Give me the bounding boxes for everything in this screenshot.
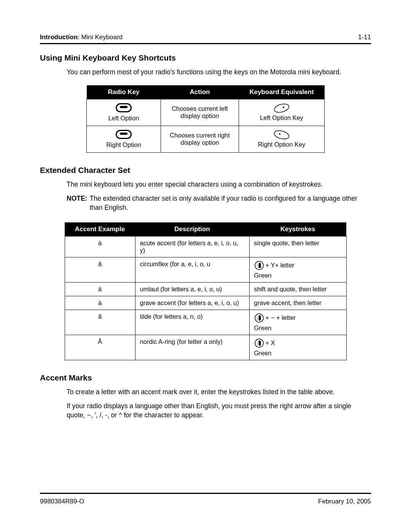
header-section-rest: : Mini Keyboard (78, 34, 123, 41)
note-block: NOTE: The extended character set is only… (67, 194, 371, 212)
svg-rect-5 (258, 263, 261, 268)
svg-point-3 (279, 133, 280, 135)
accent-example: à (65, 236, 135, 257)
accent-keystrokes: single quote, then letter (249, 236, 346, 257)
accent-description: nordic A-ring (for letter a only) (135, 335, 249, 360)
col-header-description: Description (135, 222, 249, 236)
table-row: Left Option Chooses current left display… (87, 99, 325, 126)
table-shortcuts: Radio Key Action Keyboard Equivalent Lef… (86, 85, 325, 153)
accent-example: à (65, 296, 135, 310)
svg-point-0 (273, 104, 290, 113)
svg-point-13 (257, 319, 258, 320)
svg-point-11 (257, 316, 258, 317)
green-key-label: Green (254, 350, 342, 357)
note-body: The extended character set is only avail… (89, 194, 371, 212)
svg-point-17 (257, 343, 258, 343)
equiv-label: Right Option Key (258, 141, 306, 148)
accent-description: grave accent (for letters a, e, i, o, u) (135, 296, 249, 310)
table-row: Ånordic A-ring (for letter a only)+ XGre… (65, 335, 346, 360)
keystroke-text: + Y+ letter (266, 262, 295, 269)
svg-point-16 (257, 341, 258, 342)
green-key-label: Green (254, 324, 342, 332)
footer-date: February 10, 2005 (318, 498, 371, 505)
accent-example: Å (65, 335, 135, 360)
footer-doc-number: 9980384R89-O (40, 498, 84, 505)
accent-keystrokes: + ~ + letterGreen (249, 310, 346, 335)
accent-example: â (65, 257, 135, 282)
svg-rect-15 (258, 340, 261, 346)
svg-point-6 (257, 264, 258, 264)
green-key-icon (254, 338, 264, 348)
col-header-radio-key: Radio Key (87, 85, 161, 99)
header-section: Introduction: Mini Keyboard (40, 34, 123, 41)
green-key-label: Green (254, 272, 342, 279)
action-text: Chooses current left display option (161, 99, 239, 126)
table-row: àgrave accent (for letters a, e, i, o, u… (65, 296, 346, 310)
accent-description: umlaut (for letters a, e, i, o, u) (135, 282, 249, 296)
accent-example: ã (65, 310, 135, 335)
col-header-action: Action (161, 85, 239, 99)
accent-description: acute accent (for letters a, e, i, o, u,… (135, 236, 249, 257)
svg-point-7 (257, 265, 258, 266)
keystroke-text: + ~ + letter (266, 314, 296, 321)
accent-keystrokes: shift and quote, then letter (249, 282, 346, 296)
section-heading-charset: Extended Character Set (40, 166, 371, 175)
accent-description: tilde (for letters a, n, o) (135, 310, 249, 335)
table-row: Right Option Chooses current right displ… (87, 126, 325, 152)
accent-example: ä (65, 282, 135, 296)
option-button-icon (116, 103, 132, 112)
col-header-accent: Accent Example (65, 222, 135, 236)
note-label: NOTE: (67, 194, 87, 212)
header-page-number: 1-11 (358, 34, 371, 41)
accent-keystrokes: + Y+ letterGreen (249, 257, 346, 282)
table-extended-chars: Accent Example Description Keystrokes àa… (65, 222, 347, 360)
page-footer: 9980384R89-O February 10, 2005 (40, 493, 371, 505)
section-body-shortcuts: You can perform most of your radio's fun… (67, 68, 371, 77)
accent-keystrokes: + XGreen (249, 335, 346, 360)
section-body-charset: The mini keyboard lets you enter special… (67, 180, 371, 189)
option-button-icon (116, 130, 132, 139)
action-text: Chooses current right display option (161, 126, 239, 152)
section-heading-accent-marks: Accent Marks (40, 373, 371, 382)
equiv-label: Left Option Key (260, 114, 303, 121)
accent-description: circumflex (for a, e, i, o, u (135, 257, 249, 282)
green-key-icon (254, 260, 264, 270)
page-header: Introduction: Mini Keyboard 1-11 (40, 34, 371, 43)
footer-rule (40, 493, 371, 494)
table-row: âcircumflex (for a, e, i, o, u+ Y+ lette… (65, 257, 346, 282)
green-key-icon (254, 313, 264, 323)
left-option-key-icon (272, 104, 291, 113)
table-row: ãtilde (for letters a, n, o)+ ~ + letter… (65, 310, 346, 335)
table-row: Accent Example Description Keystrokes (65, 222, 346, 236)
accent-marks-body1: To create a letter with an accent mark o… (67, 388, 371, 397)
section-heading-shortcuts: Using Mini Keyboard Key Shortcuts (40, 53, 371, 62)
svg-point-1 (283, 107, 284, 108)
svg-point-12 (257, 318, 258, 318)
col-header-keyboard-equiv: Keyboard Equivalent (239, 85, 325, 99)
accent-marks-body2: If your radio displays a language other … (67, 402, 371, 420)
svg-point-2 (273, 130, 290, 139)
svg-point-8 (257, 267, 258, 267)
accent-keystrokes: grave accent, then letter (249, 296, 346, 310)
radio-key-label: Left Option (108, 115, 139, 122)
svg-rect-10 (258, 315, 261, 321)
table-row: àacute accent (for letters a, e, i, o, u… (65, 236, 346, 257)
right-option-key-icon (272, 130, 291, 139)
radio-key-label: Right Option (106, 141, 141, 149)
table-row: äumlaut (for letters a, e, i, o, u)shift… (65, 282, 346, 296)
header-rule (40, 43, 371, 44)
keystroke-text: + X (266, 339, 275, 347)
svg-point-18 (257, 344, 258, 345)
header-section-bold: Introduction (40, 34, 78, 41)
table-row: Radio Key Action Keyboard Equivalent (87, 85, 325, 99)
col-header-keystrokes: Keystrokes (249, 222, 346, 236)
